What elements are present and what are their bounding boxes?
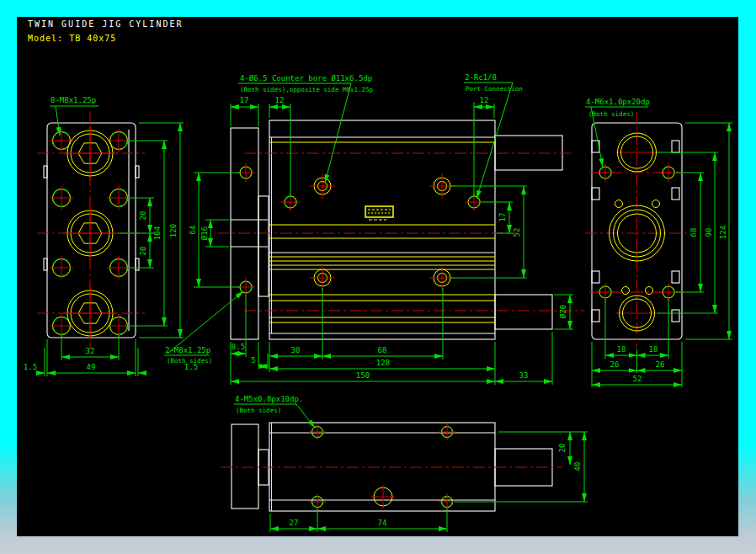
dim-flange-hole-span: 64 [189,226,197,235]
counterbore-label: 4-Ø6.5 Counter bore Ø11x6.5dp [240,74,372,83]
drawing-canvas[interactable] [17,17,738,536]
dim-gap: 5 [251,356,255,365]
counterbore-note: (Both sides),opposite side M8x1.25p [240,86,374,93]
dim-width: 49 [87,363,96,371]
end-thread-label: 4-M6x1.0px20dp [586,98,650,106]
bottom-thread-note: (Both sides) [236,407,281,414]
dim-hole-pitch: 68 [378,346,387,354]
dim-height: 120 [169,224,178,237]
dim-bottom-hole-pitch: 74 [378,519,387,527]
dim-hole-left: 18 [617,345,626,354]
dim-pitch-lower: 20 [139,247,147,256]
dim-end-width: 52 [633,375,642,383]
dim-hole-offset: 12 [275,96,285,104]
dim-half-right: 26 [656,360,665,369]
dim-end-height: 124 [719,226,727,239]
dim-port-height: 17 [498,213,507,222]
flange-thread-note: (Both sides) [167,357,212,365]
dim-body-length: 128 [376,359,390,367]
dim-hole-width: 32 [86,347,95,355]
dim-bottom-width: 40 [573,462,582,471]
port-label: 2-Rc1/8 [465,73,497,82]
dim-flange-width: 17 [240,96,249,104]
name-plate-sticker [365,206,393,220]
dim-hole-span: 104 [153,226,162,240]
dim-rod-dia: Ø20 [559,305,567,318]
dim-port-offset: 12 [480,96,489,104]
dim-pitch-upper: 20 [139,211,147,221]
dim-half-left: 26 [610,360,620,369]
dim-hole-right: 18 [649,345,658,354]
cad-drawing: TWIN GUIDE JIG CYLINDER Model: TB 40x75 [0,0,756,554]
dim-hole-start: 30 [291,346,301,354]
drawing-title: TWIN GUIDE JIG CYLINDER [28,19,183,29]
dim-hole-span-v: 68 [689,228,698,237]
dim-bottom-hole-offset: 20 [558,444,567,453]
cad-window: TWIN GUIDE JIG CYLINDER Model: TB 40x75 [0,0,756,554]
port-note: Port Connection [466,85,523,93]
dim-edge-left: 1.5 [24,363,37,371]
dim-hole-height-span: 52 [513,228,521,237]
dim-rod-span: 90 [705,228,713,237]
bottom-thread-label: 4-M5x0.8px10dp. [235,395,303,403]
dim-guide-rod-dia: Ø16 [200,226,209,240]
end-thread-note: (Both sides) [588,110,634,118]
dim-total-length: 150 [356,371,370,380]
dim-rod-length: 33 [519,371,529,380]
dim-bottom-hole-start: 27 [290,519,299,527]
dim-edge-to-hole: 8.5 [232,343,245,351]
front-thread-label: 8-M8x1.25p [51,96,96,104]
drawing-model: Model: TB 40x75 [28,34,116,43]
